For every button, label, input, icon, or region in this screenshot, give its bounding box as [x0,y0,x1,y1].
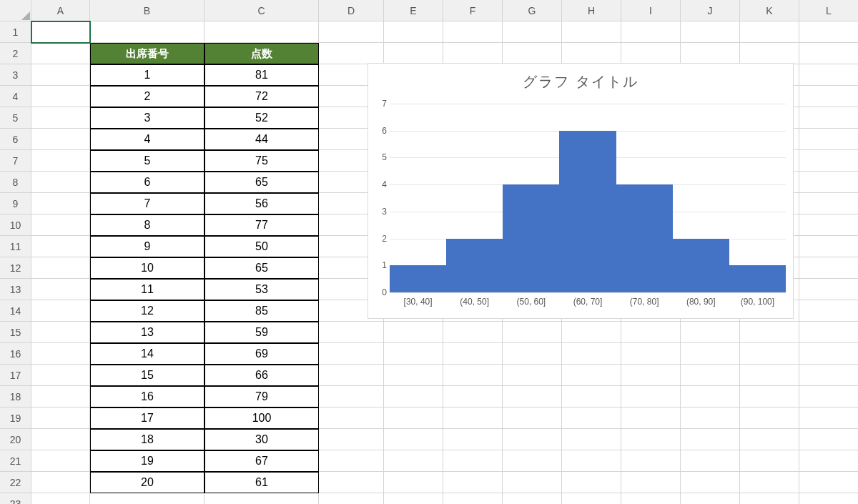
cell-C5[interactable]: 52 [204,107,319,129]
cell-L19[interactable] [799,407,858,429]
row-header-17[interactable]: 17 [0,365,31,386]
cell-I1[interactable] [621,21,681,43]
cell-J20[interactable] [681,429,740,450]
cell-F23[interactable] [443,493,503,504]
cell-G23[interactable] [503,493,562,504]
cell-A15[interactable] [31,322,90,343]
cell-J15[interactable] [681,322,740,343]
row-header-13[interactable]: 13 [0,279,31,300]
cell-C7[interactable]: 75 [204,150,319,172]
cell-D16[interactable] [319,343,384,365]
column-header-E[interactable]: E [384,0,443,21]
cell-L8[interactable] [799,172,858,193]
cell-A2[interactable] [31,43,90,64]
cell-C18[interactable]: 79 [204,386,319,407]
cell-B5[interactable]: 3 [90,107,204,129]
cell-E1[interactable] [384,21,443,43]
cell-C10[interactable]: 77 [204,214,319,236]
cell-J2[interactable] [681,43,740,64]
cell-C12[interactable]: 65 [204,257,319,279]
row-header-1[interactable]: 1 [0,21,31,43]
cell-B16[interactable]: 14 [90,343,204,365]
cell-A20[interactable] [31,429,90,450]
row-header-7[interactable]: 7 [0,150,31,172]
cell-G17[interactable] [503,365,562,386]
cell-K1[interactable] [740,21,799,43]
cell-F21[interactable] [443,450,503,472]
cell-L22[interactable] [799,472,858,493]
row-header-4[interactable]: 4 [0,86,31,107]
cell-F17[interactable] [443,365,503,386]
cell-D18[interactable] [319,386,384,407]
cell-F2[interactable] [443,43,503,64]
cell-I19[interactable] [621,407,681,429]
cell-D19[interactable] [319,407,384,429]
cell-L3[interactable] [799,64,858,86]
cell-G18[interactable] [503,386,562,407]
cell-H18[interactable] [562,386,621,407]
select-all-corner[interactable] [0,0,31,21]
row-header-21[interactable]: 21 [0,450,31,472]
cell-F15[interactable] [443,322,503,343]
column-header-J[interactable]: J [681,0,740,21]
cell-B22[interactable]: 20 [90,472,204,493]
row-header-19[interactable]: 19 [0,407,31,429]
row-header-23[interactable]: 23 [0,493,31,504]
cell-H22[interactable] [562,472,621,493]
cell-L9[interactable] [799,193,858,214]
cell-G1[interactable] [503,21,562,43]
cell-C6[interactable]: 44 [204,129,319,150]
cell-A5[interactable] [31,107,90,129]
cell-C23[interactable] [204,493,319,504]
cell-A19[interactable] [31,407,90,429]
column-header-C[interactable]: C [204,0,319,21]
cell-D21[interactable] [319,450,384,472]
cell-C3[interactable]: 81 [204,64,319,86]
cell-J17[interactable] [681,365,740,386]
column-header-K[interactable]: K [740,0,799,21]
cell-E15[interactable] [384,322,443,343]
row-header-12[interactable]: 12 [0,257,31,279]
cell-B3[interactable]: 1 [90,64,204,86]
cell-C20[interactable]: 30 [204,429,319,450]
cell-B21[interactable]: 19 [90,450,204,472]
chart-title[interactable]: グラフ タイトル [368,72,793,92]
cell-F1[interactable] [443,21,503,43]
cell-G2[interactable] [503,43,562,64]
cell-E18[interactable] [384,386,443,407]
cell-A7[interactable] [31,150,90,172]
cell-B11[interactable]: 9 [90,236,204,257]
cell-C17[interactable]: 66 [204,365,319,386]
cell-A12[interactable] [31,257,90,279]
cell-H17[interactable] [562,365,621,386]
cell-G20[interactable] [503,429,562,450]
cell-D15[interactable] [319,322,384,343]
cell-H1[interactable] [562,21,621,43]
chart-bar[interactable] [503,184,559,292]
cell-B23[interactable] [90,493,204,504]
cell-J1[interactable] [681,21,740,43]
column-header-D[interactable]: D [319,0,384,21]
cell-L5[interactable] [799,107,858,129]
cell-H20[interactable] [562,429,621,450]
cell-I21[interactable] [621,450,681,472]
row-header-5[interactable]: 5 [0,107,31,129]
cell-K21[interactable] [740,450,799,472]
cell-I16[interactable] [621,343,681,365]
cell-L17[interactable] [799,365,858,386]
column-header-I[interactable]: I [621,0,681,21]
cell-I18[interactable] [621,386,681,407]
cell-E23[interactable] [384,493,443,504]
cell-I23[interactable] [621,493,681,504]
cell-L1[interactable] [799,21,858,43]
cell-B4[interactable]: 2 [90,86,204,107]
cell-A8[interactable] [31,172,90,193]
cell-B12[interactable]: 10 [90,257,204,279]
cell-C2[interactable]: 点数 [204,43,319,64]
cell-B17[interactable]: 15 [90,365,204,386]
cell-D20[interactable] [319,429,384,450]
cell-H19[interactable] [562,407,621,429]
cell-J23[interactable] [681,493,740,504]
cell-L13[interactable] [799,279,858,300]
cell-I15[interactable] [621,322,681,343]
